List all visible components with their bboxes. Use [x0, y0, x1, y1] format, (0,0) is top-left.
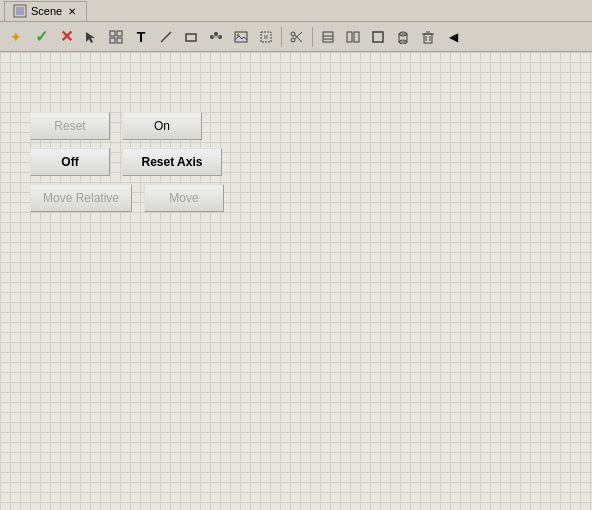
svg-point-10 — [214, 32, 218, 36]
text-tool-button[interactable]: T — [129, 25, 153, 49]
arrow-left-button[interactable]: ◀ — [441, 25, 465, 49]
trash-icon — [421, 30, 435, 44]
scene-tab[interactable]: Scene ✕ — [4, 1, 87, 21]
sparkle-button[interactable]: ✦ — [4, 25, 28, 49]
svg-rect-16 — [264, 35, 268, 39]
svg-rect-13 — [235, 32, 247, 42]
select-box-button[interactable] — [254, 25, 278, 49]
layers-button[interactable] — [316, 25, 340, 49]
title-bar: Scene ✕ — [0, 0, 592, 22]
svg-rect-5 — [110, 38, 115, 43]
cylinder-icon — [396, 30, 410, 44]
rect-icon — [184, 30, 198, 44]
grid-icon — [109, 30, 123, 44]
scene-tab-icon — [13, 4, 27, 18]
move-relative-button[interactable]: Move Relative — [30, 184, 132, 212]
svg-rect-1 — [16, 7, 24, 15]
box-button[interactable] — [366, 25, 390, 49]
layers-icon — [321, 30, 335, 44]
image-tool-button[interactable] — [229, 25, 253, 49]
tab-close-button[interactable]: ✕ — [66, 5, 78, 17]
image-icon — [234, 30, 248, 44]
line-icon — [159, 30, 173, 44]
off-button[interactable]: Off — [30, 148, 110, 176]
svg-rect-8 — [186, 34, 196, 41]
check-icon: ✓ — [35, 27, 48, 46]
select-tool-button[interactable] — [79, 25, 103, 49]
cancel-button[interactable]: ✕ — [54, 25, 78, 49]
split-icon — [346, 30, 360, 44]
on-button[interactable]: On — [122, 112, 202, 140]
trash-button[interactable] — [416, 25, 440, 49]
move-button[interactable]: Move — [144, 184, 224, 212]
cursor-icon — [84, 30, 98, 44]
cylinder-button[interactable] — [391, 25, 415, 49]
reset-button[interactable]: Reset — [30, 112, 110, 140]
scene-tab-label: Scene — [31, 5, 62, 17]
x-icon: ✕ — [60, 27, 73, 46]
main-canvas: Reset On Off Reset Axis Move Relative Mo… — [0, 52, 592, 510]
button-row-3: Move Relative Move — [30, 184, 224, 212]
button-row-2: Off Reset Axis — [30, 148, 224, 176]
toolbar: ✦ ✓ ✕ T — [0, 22, 592, 52]
controls-panel: Reset On Off Reset Axis Move Relative Mo… — [30, 112, 224, 212]
rect-tool-button[interactable] — [179, 25, 203, 49]
node-tool-button[interactable] — [204, 25, 228, 49]
line-tool-button[interactable] — [154, 25, 178, 49]
svg-rect-24 — [347, 32, 352, 42]
text-icon: T — [137, 29, 146, 45]
button-row-1: Reset On — [30, 112, 224, 140]
box-icon — [371, 30, 385, 44]
node-icon — [209, 30, 223, 44]
svg-rect-6 — [117, 38, 122, 43]
split-button[interactable] — [341, 25, 365, 49]
reset-axis-button[interactable]: Reset Axis — [122, 148, 222, 176]
svg-rect-26 — [373, 32, 383, 42]
scissors-button[interactable] — [285, 25, 309, 49]
svg-rect-30 — [424, 34, 432, 43]
sparkle-icon: ✦ — [10, 29, 22, 45]
svg-line-7 — [161, 32, 171, 42]
svg-marker-2 — [86, 32, 95, 43]
confirm-button[interactable]: ✓ — [29, 25, 53, 49]
svg-rect-3 — [110, 31, 115, 36]
arrow-left-icon: ◀ — [449, 30, 458, 44]
svg-rect-25 — [354, 32, 359, 42]
grid-button[interactable] — [104, 25, 128, 49]
toolbar-sep-1 — [281, 27, 282, 47]
svg-rect-21 — [323, 32, 333, 42]
select-box-icon — [259, 30, 273, 44]
toolbar-sep-2 — [312, 27, 313, 47]
scissors-icon — [290, 30, 304, 44]
svg-rect-4 — [117, 31, 122, 36]
